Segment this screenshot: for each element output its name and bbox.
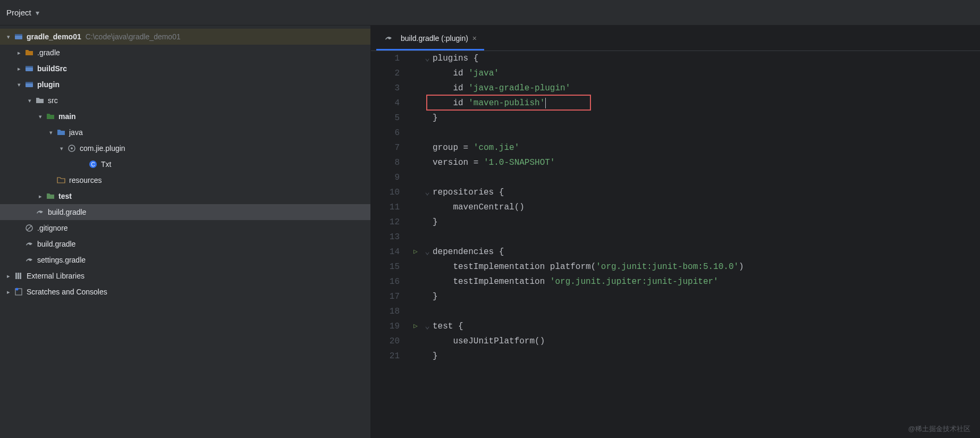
tree-item-main[interactable]: ▾ main — [0, 108, 370, 124]
chevron-down-icon[interactable]: ▾ — [57, 145, 66, 152]
tree-label: src — [48, 96, 58, 105]
chevron-right-icon[interactable]: ▸ — [4, 273, 13, 280]
tree-item-root-build[interactable]: ▸ build.gradle — [0, 236, 370, 252]
folder-icon — [24, 48, 34, 57]
tree-item-gradle-dir[interactable]: ▸ .gradle — [0, 45, 370, 61]
tree-label: buildSrc — [37, 64, 67, 73]
tree-item-java[interactable]: ▾ java — [0, 124, 370, 140]
tree-item-src[interactable]: ▾ src — [0, 92, 370, 108]
svg-rect-3 — [26, 66, 33, 68]
editor-tab[interactable]: build.gradle (:plugin) × — [376, 27, 484, 50]
code-editor[interactable]: 123456789101112131415161718192021 ▷▷ ⌄⌄⌄… — [371, 51, 980, 438]
tree-item-plugin[interactable]: ▾ plugin — [0, 77, 370, 92]
tree-label: main — [58, 112, 76, 121]
resources-folder-icon — [56, 175, 66, 185]
tree-item-scratches[interactable]: ▸ Scratches and Consoles — [0, 284, 370, 300]
tab-label: build.gradle (:plugin) — [401, 34, 468, 43]
tree-label: .gitignore — [37, 224, 68, 232]
tree-root-path: C:\code\java\gradle_demo01 — [86, 32, 181, 41]
svg-rect-12 — [15, 273, 17, 279]
module-icon — [24, 64, 34, 73]
tree-label: com.jie.plugin — [80, 144, 125, 153]
gradle-icon — [35, 207, 45, 217]
tree-item-buildsrc[interactable]: ▸ buildSrc — [0, 61, 370, 77]
tree-item-class[interactable]: ▸ C Txt — [0, 156, 370, 172]
tree-label: plugin — [37, 80, 60, 89]
chevron-down-icon[interactable]: ▾ — [47, 129, 55, 136]
tree-label: gradle_demo01 — [27, 32, 81, 41]
gradle-icon — [24, 255, 34, 265]
chevron-right-icon[interactable]: ▸ — [4, 289, 13, 296]
package-icon — [67, 144, 77, 153]
chevron-down-icon[interactable]: ▾ — [4, 33, 13, 40]
svg-point-7 — [71, 147, 73, 149]
watermark: @稀土掘金技术社区 — [908, 424, 970, 434]
svg-line-11 — [27, 226, 31, 230]
gradle-icon — [384, 33, 393, 43]
svg-point-16 — [16, 288, 19, 291]
tree-label: build.gradle — [48, 208, 86, 216]
svg-rect-1 — [15, 34, 22, 36]
svg-rect-14 — [20, 273, 21, 279]
tree-label: .gradle — [37, 48, 60, 57]
chevron-down-icon[interactable]: ▾ — [26, 97, 34, 104]
tree-root[interactable]: ▾ gradle_demo01 C:\code\java\gradle_demo… — [0, 29, 370, 45]
gitignore-icon — [24, 223, 34, 233]
chevron-down-icon: ▾ — [36, 9, 39, 17]
editor-pane: build.gradle (:plugin) × 123456789101112… — [371, 26, 980, 438]
svg-rect-5 — [26, 82, 33, 83]
tree-label: resources — [69, 176, 102, 184]
tree-label: test — [58, 192, 72, 200]
chevron-right-icon[interactable]: ▸ — [36, 193, 45, 200]
project-tool-title[interactable]: Project ▾ — [0, 0, 980, 26]
svg-text:C: C — [91, 162, 95, 167]
chevron-right-icon[interactable]: ▸ — [15, 49, 23, 56]
line-number-gutter: 123456789101112131415161718192021 — [371, 51, 407, 438]
tree-label: build.gradle — [37, 240, 75, 248]
tree-item-settings[interactable]: ▸ settings.gradle — [0, 252, 370, 268]
gradle-icon — [24, 239, 34, 249]
tree-item-resources[interactable]: ▸ resources — [0, 172, 370, 188]
code-content[interactable]: plugins { id 'java' id 'java-gradle-plug… — [430, 51, 980, 438]
scratch-icon — [14, 287, 23, 297]
svg-rect-13 — [18, 273, 19, 279]
tree-item-external-libs[interactable]: ▸ External Libraries — [0, 268, 370, 284]
chevron-down-icon[interactable]: ▾ — [15, 81, 23, 88]
chevron-down-icon[interactable]: ▾ — [36, 113, 45, 120]
close-icon[interactable]: × — [472, 34, 477, 43]
test-folder-icon — [46, 191, 55, 201]
tree-label: settings.gradle — [37, 256, 86, 264]
class-icon: C — [88, 159, 98, 169]
tree-item-gitignore[interactable]: ▸ .gitignore — [0, 220, 370, 236]
source-folder-icon — [46, 112, 55, 121]
tree-label: External Libraries — [27, 272, 85, 280]
tree-label: Scratches and Consoles — [27, 288, 107, 296]
chevron-right-icon[interactable]: ▸ — [15, 65, 23, 72]
project-title-label: Project — [6, 8, 31, 17]
tree-item-package[interactable]: ▾ com.jie.plugin — [0, 140, 370, 156]
source-folder-icon — [56, 128, 66, 137]
folder-icon — [35, 96, 45, 105]
editor-tab-bar: build.gradle (:plugin) × — [371, 26, 980, 51]
tree-label: java — [69, 128, 83, 137]
run-gutter[interactable]: ▷▷ — [407, 51, 422, 438]
module-icon — [24, 80, 34, 89]
tree-item-plugin-build[interactable]: ▸ build.gradle — [0, 204, 370, 220]
tree-item-test[interactable]: ▸ test — [0, 188, 370, 204]
project-tree[interactable]: ▾ gradle_demo01 C:\code\java\gradle_demo… — [0, 26, 371, 438]
library-icon — [14, 271, 23, 281]
module-icon — [14, 32, 23, 41]
tree-label: Txt — [101, 160, 111, 169]
